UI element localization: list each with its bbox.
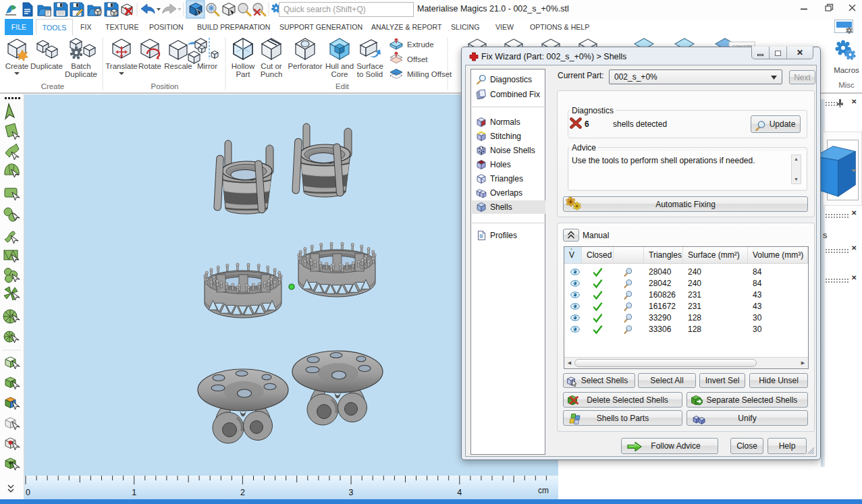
svg-text:Misc: Misc [838, 81, 855, 89]
svg-text:3: 3 [349, 488, 354, 497]
svg-text:2: 2 [240, 488, 245, 497]
svg-text:1: 1 [132, 488, 136, 497]
svg-text:Macros: Macros [834, 66, 859, 74]
svg-text:cm: cm [538, 486, 549, 495]
svg-text:4: 4 [457, 488, 462, 497]
svg-text:0: 0 [26, 488, 30, 497]
